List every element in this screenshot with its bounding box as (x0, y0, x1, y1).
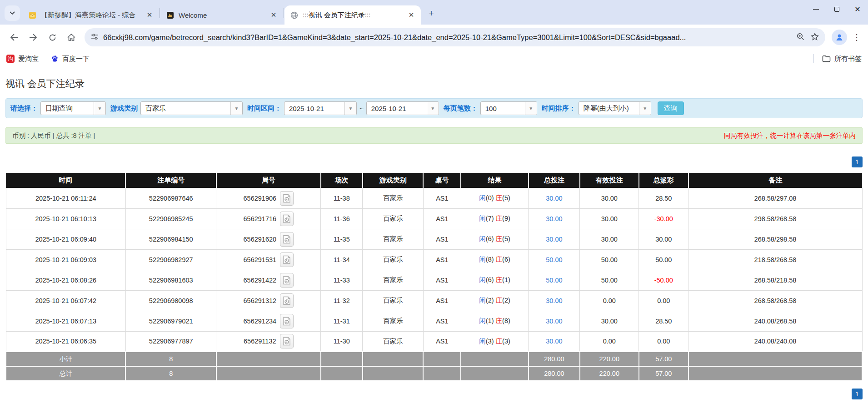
total-bet-link[interactable]: 50.00 (546, 277, 562, 284)
bookmark-taobao[interactable]: 淘 爱淘宝 (6, 55, 39, 63)
chevron-down-icon: ▼ (525, 102, 537, 115)
total-bet-link[interactable]: 30.00 (546, 195, 562, 202)
footer-payout: 57.00 (639, 352, 688, 366)
page-number-top[interactable]: 1 (852, 156, 863, 167)
site-settings-icon[interactable] (91, 33, 99, 42)
cell-payout: 50.00 (639, 249, 688, 270)
search-button[interactable]: 查询 (658, 101, 684, 115)
footer-total-bet: 280.00 (529, 366, 580, 381)
cell-round-id: 656291620 (216, 229, 321, 249)
cell-round-id: 656291906 (216, 188, 321, 208)
cell-round-id: 656291716 (216, 208, 321, 229)
app-favicon-icon (166, 11, 174, 19)
total-bet-link[interactable]: 30.00 (546, 236, 562, 243)
home-button[interactable] (63, 29, 80, 46)
cell-game-type: 百家乐 (363, 311, 424, 331)
forward-button[interactable] (25, 29, 42, 46)
bookmark-label: 爱淘宝 (18, 55, 39, 63)
cell-round-id: 656291531 (216, 249, 321, 270)
profile-button[interactable] (832, 30, 847, 45)
video-replay-icon[interactable] (280, 293, 294, 308)
page-number-bottom[interactable]: 1 (852, 389, 863, 399)
total-bet-link[interactable]: 30.00 (546, 297, 562, 304)
back-button[interactable] (5, 29, 23, 46)
bookmark-baidu[interactable]: 百度一下 (50, 55, 90, 63)
tab-bet-records-active[interactable]: :::视讯 会员下注纪录::: ✕ (284, 5, 421, 25)
cell-payout: -30.00 (639, 208, 688, 229)
column-header: 注单编号 (125, 173, 216, 188)
select-label: 请选择： (10, 104, 38, 113)
column-header: 场次 (321, 173, 363, 188)
date-end-select[interactable]: 2025-10-21 ▼ (366, 101, 439, 115)
cell-bet-id: 522906984150 (125, 229, 216, 249)
tab-search-button[interactable] (5, 5, 20, 21)
total-bet-link[interactable]: 50.00 (546, 256, 562, 263)
column-header: 结果 (461, 173, 529, 188)
tab-forum[interactable]: 【新提醒】海燕策略论坛 - 综合 ✕ (23, 5, 159, 25)
video-replay-icon[interactable] (280, 334, 294, 348)
cell-valid-bet: 30.00 (580, 188, 639, 208)
chevron-down-icon: ▼ (94, 102, 105, 115)
tab-close-icon[interactable]: ✕ (406, 10, 416, 20)
maximize-button[interactable] (826, 0, 847, 18)
game-type-select[interactable]: 百家乐 ▼ (140, 101, 243, 115)
total-bet-link[interactable]: 30.00 (546, 338, 562, 345)
total-bet-link[interactable]: 30.00 (546, 318, 562, 325)
window-controls: ✕ (805, 0, 868, 18)
browser-menu-button[interactable]: ⋮ (850, 30, 863, 45)
cell-valid-bet: 30.00 (580, 229, 639, 249)
date-start-select[interactable]: 2025-10-21 ▼ (284, 101, 357, 115)
close-button[interactable]: ✕ (847, 0, 868, 18)
cell-payout: 28.50 (639, 188, 688, 208)
tab-close-icon[interactable]: ✕ (269, 10, 279, 20)
profile-icon (835, 33, 844, 42)
cell-result: 闲(6) 庄(1) (461, 270, 529, 290)
query-type-select[interactable]: 日期查询 ▼ (40, 101, 106, 115)
cell-session: 11-38 (321, 188, 363, 208)
video-replay-icon[interactable] (280, 212, 294, 226)
zoom-icon[interactable] (797, 33, 804, 42)
address-bar[interactable]: 66cxkj98.com/game/betrecord_search/kind3… (85, 28, 825, 46)
date-end-value: 2025-10-21 (367, 102, 427, 115)
total-row: 总计 8 280.00 220.00 57.00 (6, 366, 862, 381)
video-replay-icon[interactable] (280, 252, 294, 267)
footer-count: 8 (125, 366, 216, 381)
bookmark-star-icon[interactable] (811, 33, 819, 42)
tab-close-icon[interactable]: ✕ (145, 10, 155, 20)
date-range-tilde: ~ (359, 105, 364, 112)
page-content: 视讯 会员下注纪录 请选择： 日期查询 ▼ 游戏类别 百家乐 ▼ 时间区间： 2… (0, 67, 868, 399)
cell-session: 11-32 (321, 290, 363, 311)
cell-round-id: 656291422 (216, 270, 321, 290)
cell-bet-id: 522906985245 (125, 208, 216, 229)
taobao-icon: 淘 (6, 55, 15, 63)
video-replay-icon[interactable] (280, 191, 294, 206)
cell-game-type: 百家乐 (363, 270, 424, 290)
sort-select[interactable]: 降幂(由大到小) ▼ (579, 101, 651, 115)
cell-bet-id: 522906979021 (125, 311, 216, 331)
reload-icon (49, 34, 56, 41)
cell-note: 268.58/268.58 (688, 290, 862, 311)
all-bookmarks-button[interactable]: 所有书签 (822, 55, 862, 63)
cell-total-bet: 30.00 (529, 208, 580, 229)
new-tab-button[interactable]: + (424, 6, 438, 20)
cell-valid-bet: 50.00 (580, 249, 639, 270)
video-replay-icon[interactable] (280, 232, 294, 247)
game-type-value: 百家乐 (141, 102, 230, 115)
tab-divider (284, 8, 284, 18)
column-header: 总投注 (529, 173, 580, 188)
video-replay-icon[interactable] (280, 314, 294, 328)
per-page-select[interactable]: 100 ▼ (480, 101, 537, 115)
folder-icon (822, 55, 831, 62)
cell-time: 2025-10-21 06:06:35 (6, 331, 125, 352)
url-text[interactable]: 66cxkj98.com/game/betrecord_search/kind3… (103, 33, 790, 42)
tab-title: :::视讯 会员下注纪录::: (303, 11, 404, 20)
reload-button[interactable] (44, 29, 61, 46)
cell-result: 闲(3) 庄(3) (461, 331, 529, 352)
cell-game-type: 百家乐 (363, 290, 424, 311)
tab-welcome[interactable]: Welcome ✕ (160, 5, 283, 25)
video-replay-icon[interactable] (280, 273, 294, 288)
footer-payout: 57.00 (639, 366, 688, 381)
subtotal-row: 小计 8 280.00 220.00 57.00 (6, 352, 862, 366)
minimize-button[interactable] (805, 0, 826, 18)
total-bet-link[interactable]: 30.00 (546, 215, 562, 222)
